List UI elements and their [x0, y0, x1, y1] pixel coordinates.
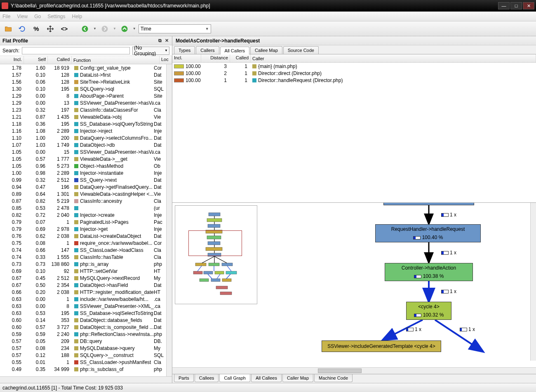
col-function[interactable]: Function	[72, 56, 160, 64]
table-row[interactable]: 0.630.53195SS_Database->sqlSelectToStrin…	[0, 310, 166, 317]
col-incl[interactable]: Incl.	[172, 54, 201, 62]
menu-settings[interactable]: Settings	[47, 14, 65, 19]
horizontal-scrollbar[interactable]	[172, 367, 536, 374]
menu-view[interactable]: View	[17, 14, 28, 19]
col-location[interactable]: Loc	[160, 56, 172, 64]
table-row[interactable]: 100.0011Director::handleRequest (Directo…	[172, 77, 536, 84]
table-row[interactable]: 1.071.031 749DataObject->db Dat	[0, 141, 166, 148]
open-button[interactable]	[2, 23, 14, 35]
table-row[interactable]: 0.890.641 301ViewableData->castingHelper…	[0, 190, 166, 197]
table-row[interactable]: 0.590.592 240php::ReflectionClass->newIn…	[0, 331, 166, 338]
table-row[interactable]: 0.630.001include::/var/www/baobella/ht..…	[0, 296, 166, 303]
table-row[interactable]: 0.600.573 727DataObject::is_composite_fi…	[0, 324, 166, 331]
tab-machine-code[interactable]: Machine Code	[314, 374, 353, 382]
close-button[interactable]: ✕	[523, 2, 534, 9]
table-row[interactable]: 1.000.982 289Injector->instantiate Inje	[0, 169, 166, 176]
col-self[interactable]: Self	[24, 56, 48, 64]
menu-help[interactable]: Help	[72, 14, 82, 19]
table-row[interactable]: 1.570.10128DataList->first Dat	[0, 71, 166, 78]
vertical-scrollbar[interactable]	[530, 203, 536, 361]
graph-node-controller[interactable]: Controller->handleAction 100.38 %	[385, 263, 473, 281]
table-row[interactable]: 0.670.502 354DataObject->hasField Dat	[0, 282, 166, 289]
tab-all-callees[interactable]: All Callees	[251, 374, 282, 382]
table-row[interactable]: 1.781.6018 919Config::get_value_typeCor	[0, 64, 166, 71]
menu-file[interactable]: File	[2, 14, 10, 19]
table-row[interactable]: 0.630.008SSViewer_DataPresenter->XML_...…	[0, 303, 166, 310]
table-row[interactable]: 0.690.1092HTTP::setGetVarHT	[0, 268, 166, 275]
table-row[interactable]: 1.290.0013SSViewer_DataPresenter->hasVa.…	[0, 99, 166, 106]
reload-button[interactable]	[16, 23, 28, 35]
call-graph-canvas[interactable]: 1 x RequestHandler->handleRequest 100.40…	[260, 203, 536, 367]
table-row[interactable]: 100.0031{main} (main.php)	[172, 63, 536, 70]
percent-button[interactable]: %	[31, 23, 42, 35]
table-row[interactable]: 0.790.692 978Injector->get Inje	[0, 225, 166, 232]
table-row[interactable]: 1.161.082 289Injector->inject Inje	[0, 127, 166, 134]
graph-node-requesthandler[interactable]: RequestHandler->handleRequest 100.40 %	[375, 224, 481, 242]
detach-icon[interactable]: ⧉	[157, 38, 163, 44]
table-row[interactable]: 1.560.06128SiteTree->RelativeLink Site	[0, 78, 166, 85]
table-row[interactable]: 0.820.722 040Injector->create Inje	[0, 211, 166, 218]
table-row[interactable]: 0.740.331 555ClassInfo::hasTableCla	[0, 254, 166, 261]
table-row[interactable]: 0.570.05209DB::queryDB.	[0, 338, 166, 345]
table-row[interactable]: 0.850.532 478(ur	[0, 204, 166, 211]
tab-callee-map[interactable]: Callee Map	[250, 46, 282, 54]
table-row[interactable]: 100.0021Director::direct (Director.php)	[172, 70, 536, 77]
table-row[interactable]: 1.300.10195SQLQuery->sqlSQL	[0, 85, 166, 92]
tab-source-code[interactable]: Source Code	[283, 46, 319, 54]
table-row[interactable]: 0.670.452 512MySQLQuery->nextRecordMy	[0, 275, 166, 282]
forward-button[interactable]	[99, 23, 110, 35]
tab-callees[interactable]: Callees	[195, 374, 219, 382]
collapse-button[interactable]: <>	[59, 23, 70, 35]
table-row[interactable]: 0.940.47196DataQuery->getFinalisedQuery.…	[0, 183, 166, 190]
col-called[interactable]: Called	[48, 56, 72, 64]
col-incl[interactable]: Incl.	[0, 56, 24, 64]
maximize-button[interactable]: □	[510, 2, 522, 9]
table-row[interactable]: 1.290.008AboutPage->ParentSite	[0, 92, 166, 99]
search-input[interactable]	[22, 47, 130, 54]
call-graph-overview[interactable]	[175, 205, 257, 304]
table-row[interactable]: 0.760.622 038DataList->createDataObject …	[0, 232, 166, 239]
graph-node-ssviewer[interactable]: SSViewer->includeGeneratedTemplate <cycl…	[322, 340, 441, 352]
table-row[interactable]: 0.750.081require_once::/var/www/baobel..…	[0, 239, 166, 246]
graph-node-clipped[interactable]	[383, 203, 474, 205]
table-row[interactable]: 0.600.14353DataObject::database_fields D…	[0, 317, 166, 324]
tab-caller-map[interactable]: Caller Map	[282, 374, 313, 382]
tab-types[interactable]: Types	[174, 46, 195, 54]
up-button[interactable]	[119, 23, 130, 35]
table-row[interactable]: 0.550.011SS_ClassLoader->pushManifestCla	[0, 359, 166, 366]
horizontal-scrollbar[interactable]	[0, 376, 172, 383]
col-called[interactable]: Called	[230, 54, 251, 62]
minimize-button[interactable]: —	[498, 2, 510, 9]
table-row[interactable]: 1.050.965 273Object->hasMethodOb	[0, 162, 166, 169]
table-row[interactable]: 0.790.071PaginatedList->Pages Pac	[0, 218, 166, 225]
close-icon[interactable]: ✕	[164, 38, 169, 44]
vertical-scrollbar[interactable]	[166, 64, 172, 376]
table-row[interactable]: 0.870.825 219ClassInfo::ancestry Cla	[0, 197, 166, 204]
table-row[interactable]: 0.570.12188SQLQuery->__constructSQL	[0, 352, 166, 359]
move-button[interactable]	[45, 23, 56, 35]
metric-combo[interactable]: Time ▼	[139, 24, 211, 33]
table-row[interactable]: 0.660.202 038HTTP::register_modification…	[0, 289, 166, 296]
table-row[interactable]: 0.570.08234MySQLDatabase->queryMy	[0, 345, 166, 352]
tab-call-graph[interactable]: Call Graph	[219, 374, 250, 382]
grouping-combo[interactable]: (No Grouping) ▼	[132, 47, 169, 55]
table-row[interactable]: 0.990.322 512SS_Query->nextDat	[0, 176, 166, 183]
menu-go[interactable]: Go	[34, 14, 41, 19]
table-row[interactable]: 1.101.00200DataQuery->selectColumnsFro..…	[0, 134, 166, 141]
table-row[interactable]: 1.050.0015SSViewer_DataPresenter->hasVa.…	[0, 148, 166, 155]
table-row[interactable]: 1.210.871 435ViewableData->obj Vie	[0, 113, 166, 120]
table-row[interactable]: 1.180.36195SS_Database->sqlQueryToString…	[0, 120, 166, 127]
back-button[interactable]	[79, 23, 91, 35]
col-caller[interactable]: Caller	[251, 54, 536, 62]
up-dropdown-icon[interactable]: ▼	[133, 27, 136, 31]
table-row[interactable]: 0.740.66147SS_ClassLoader->loadClass Cla	[0, 246, 166, 254]
back-dropdown-icon[interactable]: ▼	[93, 27, 96, 31]
col-distance[interactable]: Distance	[201, 54, 230, 62]
tab-parts[interactable]: Parts	[174, 374, 194, 382]
table-row[interactable]: 0.730.73138 860php::is_arrayphp	[0, 261, 166, 268]
table-row[interactable]: 0.490.3534 999php::is_subclass_ofphp	[0, 366, 166, 373]
forward-dropdown-icon[interactable]: ▼	[113, 27, 116, 31]
tab-callers[interactable]: Callers	[196, 46, 219, 54]
tab-all-callers[interactable]: All Callers	[220, 47, 250, 54]
overview-viewport-box[interactable]	[188, 230, 242, 256]
